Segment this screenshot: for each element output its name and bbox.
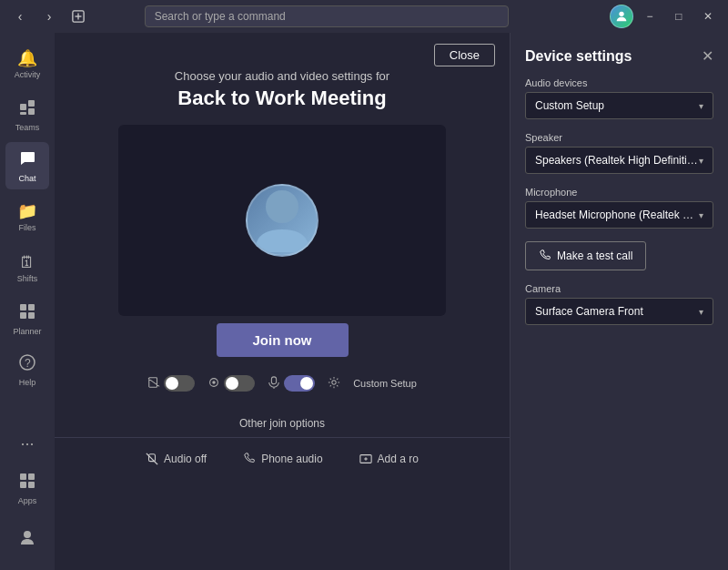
svg-rect-10: [20, 312, 26, 319]
microphone-value: Headset Microphone (Realtek High D...: [535, 209, 699, 221]
meeting-header: Choose your audio and video settings for…: [175, 69, 389, 110]
minimize-button[interactable]: −: [637, 4, 662, 29]
svg-line-26: [147, 453, 157, 464]
mic-icon: [268, 376, 280, 392]
audio-devices-section: Audio devices Custom Setup ▾: [525, 77, 713, 119]
meeting-panel: Close Choose your audio and video settin…: [55, 33, 510, 570]
svg-rect-17: [28, 482, 35, 488]
microphone-select[interactable]: Headset Microphone (Realtek High D... ▾: [525, 201, 713, 229]
other-join-options: Other join options Audio off Phone au: [55, 417, 510, 473]
sidebar-item-apps[interactable]: Apps: [5, 464, 49, 512]
svg-text:?: ?: [25, 357, 31, 370]
planner-icon: [18, 302, 36, 325]
compose-button[interactable]: [66, 4, 91, 29]
camera-section: Camera Surface Camera Front ▾: [525, 283, 713, 325]
audio-devices-chevron: ▾: [699, 101, 703, 111]
svg-rect-9: [28, 304, 35, 310]
other-options-label: Other join options: [55, 417, 510, 430]
sidebar-item-teams-label: Teams: [15, 123, 40, 132]
svg-rect-23: [272, 376, 277, 383]
device-settings-close-button[interactable]: ✕: [702, 47, 713, 65]
controls-row: Custom Setup: [133, 368, 431, 399]
meeting-title: Back to Work Meeting: [175, 87, 389, 110]
blur-control: [207, 375, 255, 392]
sidebar-item-shifts-label: Shifts: [17, 274, 38, 283]
audio-off-label: Audio off: [164, 453, 207, 465]
svg-rect-16: [20, 482, 26, 488]
sidebar-item-shifts[interactable]: 🗓 Shifts: [5, 244, 49, 291]
speaker-label: Speaker: [525, 132, 713, 143]
svg-point-18: [24, 531, 31, 538]
svg-rect-27: [149, 454, 156, 462]
sidebar-item-teams[interactable]: Teams: [5, 91, 49, 138]
search-placeholder: Search or type a command: [155, 10, 286, 23]
mic-control: [268, 375, 315, 392]
microphone-label: Microphone: [525, 187, 713, 198]
speaker-chevron: ▾: [699, 156, 703, 166]
main-layout: 🔔 Activity Teams Chat 📁: [0, 33, 728, 570]
svg-rect-7: [20, 112, 26, 115]
sidebar-item-files[interactable]: 📁 Files: [5, 193, 49, 240]
search-bar[interactable]: Search or type a command: [145, 5, 509, 27]
video-toggle[interactable]: [164, 375, 195, 392]
apps-icon: [18, 472, 36, 494]
audio-off-button[interactable]: Audio off: [127, 445, 225, 473]
add-room-label: Add a ro: [378, 453, 419, 465]
speaker-section: Speaker Speakers (Realtek High Definitio…: [525, 132, 713, 174]
help-icon: ?: [18, 353, 36, 376]
forward-button[interactable]: ›: [36, 4, 62, 29]
user-video-avatar: [246, 184, 318, 257]
audio-devices-label: Audio devices: [525, 77, 713, 88]
camera-select[interactable]: Surface Camera Front ▾: [525, 298, 713, 325]
me-icon: [18, 528, 36, 551]
sidebar-item-me[interactable]: [5, 515, 49, 563]
blur-toggle[interactable]: [224, 375, 255, 392]
make-test-call-button[interactable]: Make a test call: [525, 241, 646, 270]
device-settings-title: Device settings: [525, 48, 632, 65]
svg-point-3: [619, 12, 623, 16]
sidebar-item-planner[interactable]: Planner: [5, 295, 49, 342]
sidebar-item-apps-label: Apps: [18, 496, 37, 505]
camera-chevron: ▾: [699, 307, 703, 317]
files-icon: 📁: [17, 201, 37, 221]
chat-icon: [18, 149, 36, 172]
custom-setup-label: Custom Setup: [353, 378, 417, 389]
camera-value: Surface Camera Front: [535, 305, 699, 318]
sidebar-item-planner-label: Planner: [13, 327, 41, 336]
titlebar: ‹ › Search or type a command − □ ✕: [0, 0, 728, 33]
join-now-button[interactable]: Join now: [217, 323, 349, 357]
sidebar-item-help[interactable]: ? Help: [5, 346, 49, 393]
mic-toggle[interactable]: [284, 375, 315, 392]
microphone-chevron: ▾: [699, 210, 703, 220]
user-avatar[interactable]: [610, 5, 633, 28]
sidebar-more[interactable]: ···: [13, 427, 41, 461]
camera-label: Camera: [525, 283, 713, 294]
options-row: Audio off Phone audio: [55, 437, 510, 473]
device-settings-header: Device settings ✕: [525, 47, 713, 65]
sidebar-item-help-label: Help: [19, 378, 36, 387]
settings-icon: [328, 376, 340, 392]
add-room-button[interactable]: Add a ro: [341, 445, 437, 473]
phone-audio-button[interactable]: Phone audio: [225, 445, 340, 473]
svg-rect-6: [28, 108, 35, 115]
window-close-button[interactable]: ✕: [695, 4, 721, 29]
sidebar-item-activity-label: Activity: [15, 70, 41, 79]
audio-devices-value: Custom Setup: [535, 99, 699, 112]
maximize-button[interactable]: □: [666, 4, 692, 29]
audio-devices-select[interactable]: Custom Setup ▾: [525, 92, 713, 119]
sidebar-item-chat[interactable]: Chat: [5, 142, 49, 189]
svg-rect-14: [20, 473, 26, 480]
shifts-icon: 🗓: [19, 253, 35, 272]
microphone-section: Microphone Headset Microphone (Realtek H…: [525, 187, 713, 229]
activity-icon: 🔔: [17, 48, 37, 68]
svg-point-22: [212, 381, 216, 384]
close-meeting-button[interactable]: Close: [434, 44, 495, 66]
video-preview: [118, 125, 446, 316]
svg-rect-15: [28, 473, 35, 480]
sidebar: 🔔 Activity Teams Chat 📁: [0, 33, 55, 570]
speaker-select[interactable]: Speakers (Realtek High Definition Au... …: [525, 147, 713, 174]
sidebar-item-activity[interactable]: 🔔 Activity: [5, 40, 49, 87]
speaker-value: Speakers (Realtek High Definition Au...: [535, 154, 699, 167]
svg-rect-4: [20, 104, 26, 110]
back-button[interactable]: ‹: [7, 4, 33, 29]
